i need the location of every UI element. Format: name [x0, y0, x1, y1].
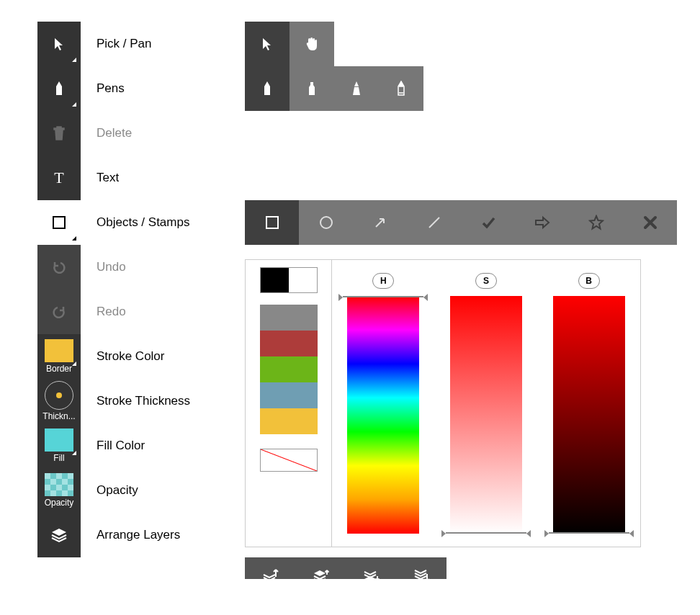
shape-line[interactable] — [407, 200, 461, 245]
shape-star[interactable] — [569, 200, 623, 245]
redo-icon — [51, 304, 67, 320]
saturation-slider[interactable] — [450, 296, 522, 534]
pen-sub-marker[interactable] — [290, 66, 334, 111]
hue-slider[interactable] — [347, 296, 419, 534]
x-icon — [642, 215, 658, 230]
shape-circle[interactable] — [299, 200, 353, 245]
shape-check[interactable] — [461, 200, 515, 245]
tool-border-label: Stroke Color — [81, 349, 243, 364]
shape-arrow-right[interactable] — [515, 200, 569, 245]
pointer-icon — [52, 37, 66, 51]
color-left — [246, 260, 332, 547]
pen-icon — [52, 81, 66, 96]
undo-icon — [51, 259, 67, 275]
arrange-backward[interactable] — [346, 557, 396, 579]
arrange-forward[interactable] — [295, 557, 346, 579]
pen-icon — [261, 81, 274, 96]
expand-mark-icon — [72, 451, 76, 455]
arrange-to-back[interactable] — [396, 557, 447, 579]
shapes-subgroup — [245, 200, 677, 245]
tool-delete — [37, 111, 81, 156]
check-icon — [480, 215, 496, 230]
palette-swatches — [260, 305, 318, 434]
tool-redo — [37, 289, 81, 334]
hue-handle[interactable] — [343, 296, 423, 297]
swatch-green[interactable] — [260, 356, 318, 382]
shape-arrow-ne[interactable] — [353, 200, 407, 245]
pickpan-hand[interactable] — [290, 22, 334, 66]
opacity-caption: Opacity — [45, 498, 74, 508]
color-panel: H S B — [245, 259, 641, 547]
tool-undo-label: Undo — [81, 260, 243, 274]
border-swatch — [45, 339, 73, 362]
swatch-red[interactable] — [260, 331, 318, 356]
pens-subgroup — [245, 66, 423, 111]
no-color[interactable] — [260, 449, 318, 472]
tool-pick[interactable] — [37, 22, 81, 66]
text-icon: T — [51, 170, 67, 186]
hue-label: H — [372, 273, 394, 289]
pickpan-subgroup — [245, 22, 334, 66]
brightness-slider[interactable] — [553, 296, 625, 534]
border-caption: Border — [46, 364, 72, 374]
pickpan-pointer[interactable] — [245, 22, 290, 66]
pencil-icon — [395, 81, 408, 96]
line-icon — [426, 215, 442, 230]
swatch-gray[interactable] — [260, 305, 318, 331]
saturation-handle[interactable] — [446, 532, 526, 534]
star-icon — [588, 215, 604, 230]
swatch-yellow[interactable] — [260, 408, 318, 434]
tool-text[interactable]: T — [37, 156, 81, 200]
tool-border[interactable]: Border — [37, 334, 81, 379]
pen-sub-pen[interactable] — [245, 66, 290, 111]
tool-undo — [37, 245, 81, 289]
tool-pens[interactable] — [37, 66, 81, 111]
tool-thickness-label: Stroke Thickness — [81, 394, 243, 408]
pen-sub-brush[interactable] — [334, 66, 379, 111]
shape-x[interactable] — [623, 200, 677, 245]
fill-caption: Fill — [53, 453, 64, 463]
arrange-to-front[interactable] — [245, 557, 295, 579]
tool-fill-label: Fill Color — [81, 439, 243, 453]
circle-icon — [318, 215, 334, 230]
brightness-label: B — [578, 273, 600, 289]
tool-delete-label: Delete — [81, 126, 243, 140]
tool-objects[interactable] — [37, 200, 81, 245]
tool-fill[interactable]: Fill — [37, 423, 81, 468]
svg-rect-1 — [53, 217, 65, 228]
swatch-blue[interactable] — [260, 382, 318, 408]
thickness-caption: Thickn... — [42, 411, 75, 421]
fill-swatch — [45, 428, 73, 452]
arrow-right-icon — [534, 215, 551, 230]
svg-rect-2 — [266, 217, 278, 228]
pen-sub-pencil[interactable] — [379, 66, 423, 111]
current-color-sample[interactable] — [260, 267, 318, 293]
tool-pens-label: Pens — [81, 81, 243, 96]
expand-mark-icon — [72, 58, 76, 62]
tool-text-label: Text — [81, 171, 243, 185]
tool-arrange-label: Arrange Layers — [81, 528, 243, 542]
brightness-handle[interactable] — [549, 532, 629, 534]
current-fg-swatch — [261, 268, 289, 292]
trash-icon — [52, 125, 66, 141]
svg-point-3 — [320, 217, 332, 228]
square-icon — [51, 215, 67, 230]
expand-mark-icon — [72, 362, 76, 366]
tool-objects-label: Objects / Stamps — [81, 215, 243, 230]
tool-opacity[interactable]: Opacity — [37, 468, 81, 513]
tool-opacity-label: Opacity — [81, 483, 243, 498]
square-icon — [264, 215, 280, 230]
shape-square[interactable] — [245, 200, 299, 245]
svg-text:T: T — [54, 170, 64, 186]
thickness-preview-icon — [45, 381, 73, 410]
to-front-icon — [261, 567, 279, 579]
tool-thickness[interactable]: Thickn... — [37, 379, 81, 423]
saturation-label: S — [475, 273, 497, 289]
expand-mark-icon — [72, 236, 76, 241]
tool-pick-label: Pick / Pan — [81, 37, 243, 51]
tool-redo-label: Redo — [81, 305, 243, 319]
expand-mark-icon — [72, 102, 76, 107]
marker-icon — [305, 81, 318, 96]
to-back-icon — [413, 567, 430, 579]
tool-arrange[interactable] — [37, 513, 81, 557]
